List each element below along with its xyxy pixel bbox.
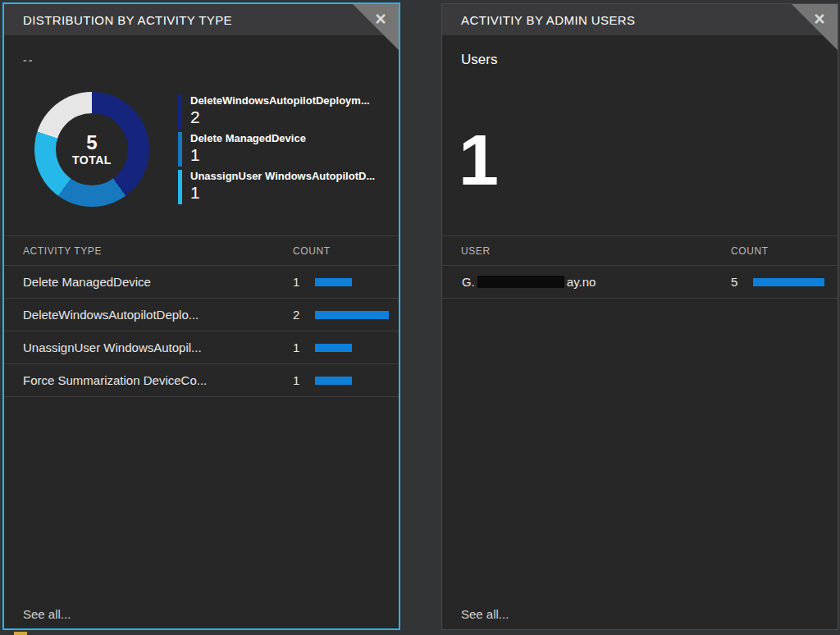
table-row[interactable]: Delete ManagedDevice 1	[4, 266, 399, 299]
table-header-row: USER COUNT	[442, 235, 838, 266]
count-bar	[753, 278, 824, 286]
see-all-link[interactable]: See all...	[23, 607, 71, 621]
redaction-box	[477, 276, 564, 288]
cell-count: 5	[731, 275, 737, 289]
cell-count: 1	[293, 373, 299, 387]
tile-distribution-by-activity-type[interactable]: DISTRIBUTION BY ACTIVITY TYPE × -- 5 TOT…	[2, 2, 400, 630]
column-header-user: USER	[461, 245, 491, 257]
donut-legend: DeleteWindowsAutopilotDeploym... 2 Delet…	[178, 94, 375, 208]
notification-fragment	[14, 632, 27, 635]
column-header-count: COUNT	[731, 245, 769, 257]
legend-item: UnassignUser WindowsAutopilotD... 1	[178, 170, 375, 204]
cell-activity-type: DeleteWindowsAutopilotDeplo...	[23, 308, 199, 322]
see-all-link[interactable]: See all...	[461, 607, 509, 621]
table-header-row: ACTIVITY TYPE COUNT	[4, 235, 399, 266]
table-row[interactable]: UnassignUser WindowsAutopil... 1	[4, 331, 399, 364]
subtitle-placeholder: --	[23, 53, 34, 66]
close-button[interactable]: ×	[371, 9, 390, 29]
cell-user: G. ay.no	[462, 275, 596, 289]
donut-total-label: TOTAL	[72, 153, 112, 167]
close-icon: ×	[814, 10, 824, 29]
count-bar	[315, 278, 352, 286]
count-bar	[315, 377, 352, 385]
tile-header: ACTIVITIY BY ADMIN USERS	[442, 4, 838, 35]
legend-item: Delete ManagedDevice 1	[178, 132, 375, 167]
metric-label: Users	[461, 52, 497, 68]
table-row[interactable]: G. ay.no 5	[442, 266, 838, 299]
column-header-count: COUNT	[293, 245, 331, 257]
legend-label: DeleteWindowsAutopilotDeploym...	[190, 94, 375, 108]
tile-activity-by-admin-users[interactable]: ACTIVITIY BY ADMIN USERS × Users 1 USER …	[441, 3, 838, 630]
tile-header: DISTRIBUTION BY ACTIVITY TYPE	[4, 4, 399, 35]
cell-activity-type: Force Summarization DeviceCo...	[23, 373, 207, 387]
column-header-activity-type: ACTIVITY TYPE	[23, 245, 102, 257]
table-row[interactable]: Force Summarization DeviceCo... 1	[4, 364, 399, 397]
tile-title: ACTIVITIY BY ADMIN USERS	[461, 13, 635, 27]
user-suffix: ay.no	[567, 275, 596, 289]
cell-count: 1	[293, 275, 299, 289]
count-bar	[315, 311, 389, 319]
tile-title: DISTRIBUTION BY ACTIVITY TYPE	[23, 13, 232, 27]
legend-value: 2	[190, 108, 375, 126]
close-button[interactable]: ×	[810, 9, 829, 29]
table-row[interactable]: DeleteWindowsAutopilotDeplo... 2	[4, 299, 399, 331]
donut-chart-wrap: 5 TOTAL	[34, 92, 149, 207]
legend-label: UnassignUser WindowsAutopilotD...	[190, 170, 375, 184]
cell-activity-type: Delete ManagedDevice	[23, 275, 151, 289]
admin-users-table: USER COUNT G. ay.no 5	[442, 235, 838, 299]
cell-count: 1	[293, 340, 299, 354]
activity-type-table: ACTIVITY TYPE COUNT Delete ManagedDevice…	[4, 235, 399, 397]
cell-count: 2	[293, 308, 299, 322]
user-prefix: G.	[462, 275, 475, 289]
metric-value: 1	[459, 124, 499, 196]
donut-total-value: 5	[86, 132, 97, 153]
count-bar	[315, 344, 352, 352]
close-icon: ×	[375, 10, 386, 29]
legend-value: 1	[190, 184, 375, 202]
donut-center: 5 TOTAL	[56, 113, 128, 185]
legend-value: 1	[190, 146, 375, 164]
cell-activity-type: UnassignUser WindowsAutopil...	[23, 340, 202, 354]
donut-chart: 5 TOTAL	[34, 92, 149, 207]
legend-item: DeleteWindowsAutopilotDeploym... 2	[178, 94, 375, 129]
legend-label: Delete ManagedDevice	[190, 132, 375, 146]
